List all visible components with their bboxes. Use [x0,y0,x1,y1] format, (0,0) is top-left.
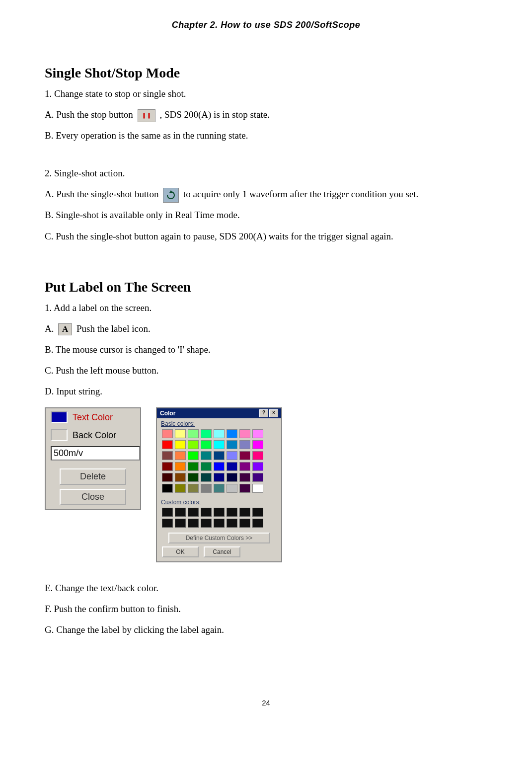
color-swatch[interactable] [252,473,263,482]
text-fragment: A. [45,323,56,334]
custom-colors-label: Custom colors: [157,497,281,506]
color-swatch[interactable] [227,473,237,482]
text-fragment: , SDS 200(A) is in stop state. [159,109,270,120]
color-swatch[interactable] [188,440,199,449]
custom-color-slot[interactable] [239,508,250,517]
color-swatch[interactable] [227,462,237,471]
stop-button-icon [138,109,155,122]
color-swatch[interactable] [201,462,212,471]
color-swatch[interactable] [162,484,173,493]
color-swatch[interactable] [162,440,173,449]
color-swatch[interactable] [214,451,225,460]
ok-button[interactable]: OK [162,546,199,557]
color-swatch[interactable] [252,484,263,493]
custom-color-slot[interactable] [162,519,173,528]
custom-color-slot[interactable] [188,519,199,528]
color-swatch[interactable] [175,462,186,471]
color-swatch[interactable] [227,451,237,460]
define-custom-colors-button[interactable]: Define Custom Colors >> [168,533,270,543]
color-swatch[interactable] [214,484,225,493]
color-swatch[interactable] [239,451,250,460]
color-swatch[interactable] [214,462,225,471]
color-swatch[interactable] [201,440,212,449]
color-swatch[interactable] [227,484,237,493]
color-swatch[interactable] [227,429,237,438]
color-swatch[interactable] [252,440,263,449]
color-swatch[interactable] [162,473,173,482]
color-swatch[interactable] [201,484,212,493]
color-swatch[interactable] [188,462,199,471]
page-number: 24 [45,698,487,707]
custom-color-slot[interactable] [175,508,186,517]
color-swatch[interactable] [188,451,199,460]
text-line: F. Push the confirm button to finish. [45,600,487,618]
color-dialog-title: Color [160,410,175,417]
color-swatch[interactable] [188,484,199,493]
color-swatch[interactable] [188,429,199,438]
color-swatch[interactable] [201,451,212,460]
back-color-swatch[interactable] [51,429,68,441]
label-options-panel: Text Color Back Color Delete Close [45,407,141,510]
color-swatch[interactable] [239,484,250,493]
color-swatch[interactable] [201,473,212,482]
back-color-row[interactable]: Back Color [46,426,140,444]
color-swatch[interactable] [162,451,173,460]
close-icon[interactable]: × [269,409,278,417]
custom-color-slot[interactable] [227,508,237,517]
color-swatch[interactable] [175,440,186,449]
color-swatch[interactable] [175,451,186,460]
color-swatch[interactable] [175,473,186,482]
color-swatch[interactable] [214,440,225,449]
color-swatch[interactable] [239,440,250,449]
color-swatch[interactable] [239,473,250,482]
figure-row: Text Color Back Color Delete Close Color… [45,407,487,562]
text-line: B. Single-shot is available only in Real… [45,206,487,224]
cancel-button[interactable]: Cancel [204,546,240,557]
text-fragment: A. Push the single-shot button [45,189,161,199]
basic-colors-label: Basic colors: [157,418,281,427]
text-color-row[interactable]: Text Color [46,408,140,426]
text-line: D. Input string. [45,383,487,400]
custom-color-slot[interactable] [252,508,263,517]
color-swatch[interactable] [214,429,225,438]
chapter-header: Chapter 2. How to use SDS 200/SoftScope [45,20,487,30]
delete-button[interactable]: Delete [60,468,126,485]
color-swatch[interactable] [239,462,250,471]
color-swatch[interactable] [239,429,250,438]
help-icon[interactable]: ? [259,409,268,417]
color-swatch[interactable] [252,462,263,471]
custom-color-slot[interactable] [227,519,237,528]
color-swatch[interactable] [252,451,263,460]
color-swatch[interactable] [188,473,199,482]
basic-color-grid [157,427,281,497]
text-line: A. Push the single-shot button to acquir… [45,185,487,203]
color-swatch[interactable] [175,484,186,493]
custom-color-slot[interactable] [188,508,199,517]
back-color-label: Back Color [73,430,116,441]
text-line: B. The mouse cursor is changed to 'I' sh… [45,341,487,359]
color-swatch[interactable] [214,473,225,482]
custom-color-slot[interactable] [162,508,173,517]
text-line: E. Change the text/back color. [45,579,487,597]
color-swatch[interactable] [227,440,237,449]
color-swatch[interactable] [162,429,173,438]
text-color-swatch[interactable] [51,411,68,423]
text-line: C. Push the left mouse button. [45,362,487,380]
close-button[interactable]: Close [60,489,126,505]
color-swatch[interactable] [201,429,212,438]
custom-color-slot[interactable] [214,519,225,528]
color-swatch[interactable] [252,429,263,438]
custom-color-slot[interactable] [201,508,212,517]
custom-color-slot[interactable] [175,519,186,528]
text-line: A. Push the stop button , SDS 200(A) is … [45,106,487,124]
label-a-icon: A [58,323,72,335]
custom-color-grid [157,506,281,532]
custom-color-slot[interactable] [214,508,225,517]
custom-color-slot[interactable] [252,519,263,528]
custom-color-slot[interactable] [201,519,212,528]
color-swatch[interactable] [175,429,186,438]
custom-color-slot[interactable] [239,519,250,528]
color-swatch[interactable] [162,462,173,471]
label-text-input[interactable] [51,446,140,461]
text-line: 1. Change state to stop or single shot. [45,85,487,103]
